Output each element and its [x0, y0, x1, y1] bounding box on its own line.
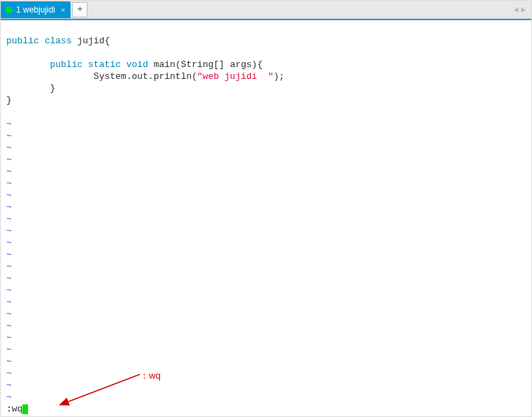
- tab-scroll-left-icon[interactable]: ◀: [514, 5, 519, 14]
- keyword: class: [45, 36, 72, 46]
- code-text: main(String[] args){: [148, 59, 263, 70]
- tab-scroll-right-icon[interactable]: ▶: [521, 5, 526, 14]
- code-text: }: [50, 83, 55, 94]
- tab-scroll-arrows: ◀ ▶: [514, 5, 531, 14]
- editor-area[interactable]: public class jujid{ public static void m…: [1, 20, 531, 403]
- code-text: System.out.println(: [94, 71, 197, 82]
- close-icon[interactable]: ×: [59, 6, 66, 14]
- keyword: public: [6, 36, 39, 46]
- code-text: }: [6, 95, 12, 105]
- code-text: jujid{: [72, 36, 110, 46]
- add-tab-button[interactable]: +: [72, 2, 87, 17]
- vim-command-line[interactable]: :wq: [1, 403, 531, 416]
- tab-bar: 1 webjujidi × + ◀ ▶: [1, 1, 531, 19]
- keyword: public: [50, 59, 82, 70]
- code-text: );: [273, 71, 285, 82]
- plus-icon: +: [78, 4, 83, 15]
- tab-label: 1 webjujidi: [16, 5, 55, 15]
- command-prefix: :: [6, 403, 12, 415]
- modified-dot-icon: [6, 7, 12, 13]
- string-literal: "web jujidi ": [197, 71, 273, 82]
- keyword: static: [88, 59, 121, 70]
- cursor-block-icon: [22, 404, 28, 414]
- empty-line-tildes: ~ ~ ~ ~ ~ ~ ~ ~ ~ ~ ~ ~ ~ ~ ~ ~ ~ ~ ~ ~ …: [6, 118, 526, 403]
- command-text: wq: [12, 403, 23, 415]
- tab-file[interactable]: 1 webjujidi ×: [1, 1, 71, 18]
- keyword: void: [127, 59, 148, 70]
